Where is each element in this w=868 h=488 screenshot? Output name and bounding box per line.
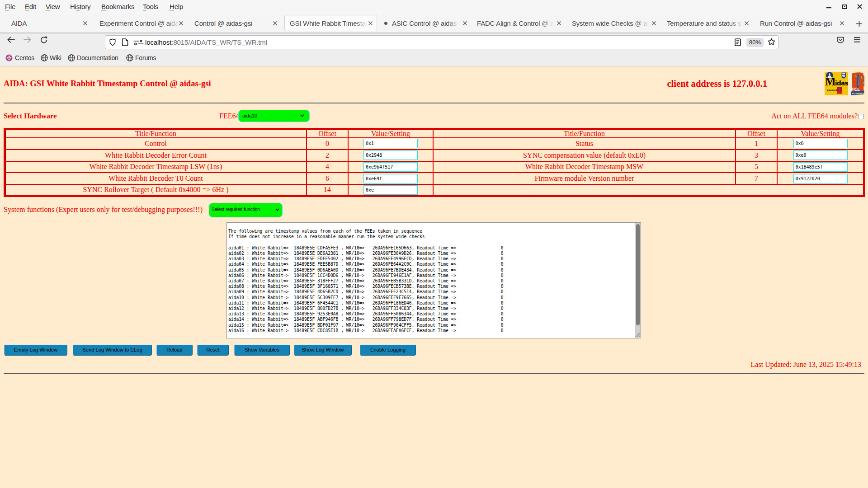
menu-edit[interactable]: Edit bbox=[25, 3, 36, 10]
tab-close-icon[interactable] bbox=[272, 20, 278, 27]
act-on-all-checkbox[interactable] bbox=[859, 114, 864, 119]
value-input-timestamp-msw[interactable] bbox=[793, 162, 848, 172]
url-text[interactable]: localhost:8015/AIDA/TS_WR/TS_WR.tml bbox=[145, 38, 267, 46]
log-text: The following are timestamp values from … bbox=[228, 223, 631, 336]
bookmark-documentation[interactable]: Documentation bbox=[77, 54, 118, 61]
window-restore-button[interactable] bbox=[842, 5, 847, 9]
value-input-error-count[interactable] bbox=[363, 150, 418, 160]
tab-close-icon[interactable] bbox=[462, 20, 468, 27]
svg-text:POWERED: POWERED bbox=[852, 92, 864, 95]
bookmark-centos[interactable]: Centos bbox=[15, 54, 34, 61]
send-log-window-to-elog-button[interactable]: Send Log Window to ELog bbox=[73, 344, 152, 356]
col-header: Title/Function bbox=[433, 129, 736, 138]
value-input-sync-rollover[interactable] bbox=[363, 185, 418, 195]
horizontal-rule-bottom bbox=[4, 373, 864, 374]
table-row: Control0 Status1 bbox=[5, 138, 864, 150]
value-input-timestamp-lsw[interactable] bbox=[363, 162, 418, 172]
menu-file[interactable]: File bbox=[5, 3, 15, 10]
show-log-window-button[interactable]: Show Log Window bbox=[294, 344, 352, 356]
chevron-down-icon bbox=[300, 114, 304, 117]
bookmark-star-icon[interactable] bbox=[768, 38, 775, 46]
tab-close-icon[interactable] bbox=[556, 20, 562, 27]
reload-icon[interactable] bbox=[40, 36, 47, 43]
permissions-icon[interactable] bbox=[133, 40, 144, 45]
navigation-toolbar: localhost:8015/AIDA/TS_WR/TS_WR.tml 80% bbox=[0, 33, 868, 50]
system-functions-select[interactable]: Select required function bbox=[209, 203, 283, 217]
value-input-firmware-version[interactable] bbox=[793, 174, 848, 183]
new-tab-button[interactable] bbox=[856, 20, 863, 27]
bookmarks-toolbar: Centos Wiki Documentation Forums bbox=[0, 49, 868, 66]
shield-icon[interactable] bbox=[109, 38, 116, 46]
window-close-button[interactable] bbox=[857, 4, 862, 9]
last-updated-text: Last Updated: June 13, 2025 15:49:13 bbox=[751, 361, 861, 368]
globe-icon bbox=[68, 54, 75, 61]
zoom-level-badge[interactable]: 80% bbox=[746, 38, 764, 47]
svg-text:TCL/TK: TCL/TK bbox=[837, 93, 842, 94]
system-functions-label: System functions (Expert users only for … bbox=[4, 206, 203, 214]
pocket-icon[interactable] bbox=[837, 37, 844, 43]
empty-log-window-button[interactable]: Empty Log Window bbox=[4, 344, 67, 356]
table-row: White Rabbit Decoder Timestamp LSW (1ns)… bbox=[5, 161, 864, 173]
log-scrollbar-thumb[interactable] bbox=[636, 224, 640, 325]
window-minimize-button[interactable] bbox=[826, 7, 831, 9]
value-input-sync-compensation[interactable] bbox=[793, 150, 848, 160]
textarea-resize-grip[interactable] bbox=[635, 333, 640, 338]
fee64-label: FEE64 bbox=[219, 112, 239, 120]
bookmark-wiki[interactable]: Wiki bbox=[50, 54, 61, 61]
midas-logo[interactable]: M idas powered by TCL/TK bbox=[825, 72, 848, 95]
col-header: Value/Setting bbox=[348, 129, 433, 138]
select-hardware-label: Select Hardware bbox=[4, 112, 57, 120]
tab-close-icon[interactable] bbox=[651, 20, 657, 27]
show-variables-button[interactable]: Show Variables bbox=[234, 344, 290, 356]
hamburger-menu-icon[interactable] bbox=[854, 37, 860, 42]
reader-mode-icon[interactable] bbox=[735, 38, 741, 46]
horizontal-rule-top bbox=[4, 103, 864, 103]
value-input-control[interactable] bbox=[363, 139, 418, 148]
chevron-down-icon bbox=[275, 208, 279, 211]
page-content: AIDA: GSI White Rabbit Timestamp Control… bbox=[0, 66, 868, 488]
svg-text:TCL: TCL bbox=[852, 87, 860, 92]
url-bar[interactable]: localhost:8015/AIDA/TS_WR/TS_WR.tml 80% bbox=[105, 35, 778, 49]
col-header: Value/Setting bbox=[777, 129, 864, 138]
globe-icon bbox=[126, 54, 133, 61]
tab-close-icon[interactable] bbox=[178, 20, 184, 27]
tab-close-icon[interactable] bbox=[82, 20, 89, 27]
col-header: Title/Function bbox=[5, 129, 307, 138]
value-input-status[interactable] bbox=[793, 139, 848, 148]
tab-attention-dot bbox=[384, 22, 387, 25]
bookmark-forums[interactable]: Forums bbox=[135, 54, 156, 61]
reload-button[interactable]: Reload bbox=[156, 344, 193, 356]
enable-logging-button[interactable]: Enable Logging bbox=[360, 344, 416, 356]
browser-chrome: File Edit View History Bookmarks Tools H… bbox=[0, 0, 868, 66]
table-row: White Rabbit Decoder Error Count2 SYNC c… bbox=[5, 150, 864, 161]
globe-icon bbox=[41, 54, 48, 61]
table-row: White Rabbit Decoder T0 Count6 Firmware … bbox=[5, 173, 864, 184]
client-address: client address is 127.0.0.1 bbox=[667, 79, 767, 88]
value-input-t0-count[interactable] bbox=[363, 174, 418, 183]
tcl-powered-logo[interactable]: TCL POWERED bbox=[851, 72, 864, 96]
register-table: Title/Function Offset Value/Setting Titl… bbox=[4, 128, 865, 197]
fee64-select[interactable]: aida10 bbox=[238, 110, 310, 122]
svg-text:M: M bbox=[825, 75, 836, 88]
tab-close-icon[interactable] bbox=[367, 20, 374, 27]
page-info-icon[interactable] bbox=[122, 38, 128, 46]
col-header: Offset bbox=[307, 129, 348, 138]
tab-close-icon[interactable] bbox=[743, 20, 750, 27]
svg-text:idas: idas bbox=[835, 80, 848, 87]
menu-help[interactable]: Help bbox=[170, 3, 183, 10]
reset-button[interactable]: Reset bbox=[197, 344, 229, 356]
menu-history[interactable]: History bbox=[70, 3, 90, 10]
back-icon[interactable] bbox=[7, 37, 15, 43]
page-title: AIDA: GSI White Rabbit Timestamp Control… bbox=[4, 79, 211, 88]
menu-tools[interactable]: Tools bbox=[143, 3, 158, 10]
menu-bookmarks[interactable]: Bookmarks bbox=[101, 3, 134, 10]
table-header-row: Title/Function Offset Value/Setting Titl… bbox=[5, 129, 864, 138]
tab-bar: AIDA Experiment Control @ aidas Control … bbox=[0, 14, 868, 33]
log-scrollbar[interactable] bbox=[635, 223, 641, 338]
log-textarea[interactable]: The following are timestamp values from … bbox=[226, 222, 641, 338]
act-on-all-label: Act on ALL FEE64 modules? bbox=[772, 113, 858, 120]
forward-icon[interactable] bbox=[24, 37, 31, 43]
tab-close-icon[interactable] bbox=[839, 20, 845, 27]
menu-view[interactable]: View bbox=[46, 3, 60, 10]
menu-bar: File Edit View History Bookmarks Tools H… bbox=[0, 0, 868, 14]
